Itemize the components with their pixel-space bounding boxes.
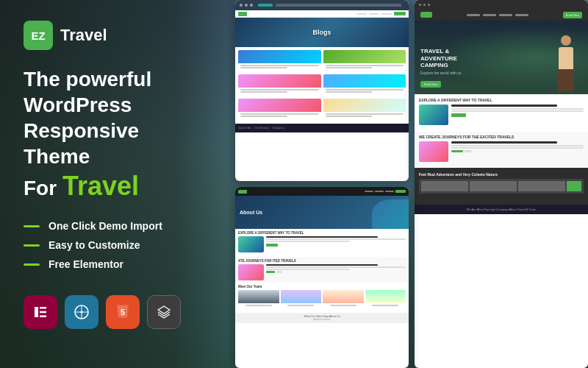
ss-about-explore: EXPLORE A DIFFERENT WAY TO TRAVEL (235, 229, 409, 257)
ss-main-hero-title: TRAVEL &ADVENTURECAMPING (420, 48, 462, 69)
ss-blogs-grid (235, 47, 409, 124)
ss-review-sub: Awesome service (238, 318, 406, 321)
ss-about-explore-title: EXPLORE A DIFFERENT WAY TO TRAVEL (238, 231, 406, 235)
ss-explore-row1 (419, 105, 584, 125)
ss-about-img2 (238, 264, 264, 280)
ss-main-explore: EXPLORE A DIFFERENT WAY TO TRAVEL (415, 94, 588, 132)
ss-about-text2 (266, 264, 406, 280)
ss-footer-text: We Are Most Funning Company About Travel… (419, 208, 584, 211)
ss-main-journeys: WE CREATE JOURNEYS FOR THE EXCITED TRAVE… (415, 132, 588, 168)
ss-card-3 (238, 74, 321, 96)
ss-main-navbar: Book Now (415, 9, 588, 21)
feature-text-3: Free Elementor (49, 258, 123, 270)
ss-journeys-row (419, 141, 584, 162)
ss-form-field-1 (421, 181, 468, 191)
ss-card-6 (323, 99, 406, 121)
ss-about-text1 (266, 236, 406, 252)
ss-about-hero: About Us (235, 196, 409, 229)
ss-text-2 (451, 141, 584, 152)
ss-thumb-1 (419, 105, 448, 125)
ss-journeys-title: WE CREATE JOURNEYS FOR THE EXCITED TRAVE… (419, 135, 584, 139)
svg-rect-3 (40, 316, 46, 318)
logo-badge: EZ (24, 21, 53, 50)
feature-dash-3 (24, 263, 40, 266)
ss-main-cta-btn: Book Now (563, 12, 582, 18)
ss-main-hero-cta: Book Now (420, 81, 441, 88)
feature-list: One Click Demo Import Easy to Customize … (24, 220, 204, 277)
headline: The powerful WordPress Responsive Theme … (24, 66, 204, 202)
ss-about-journeys-title: ATE JOURNEYS FOR ITED TRAVELS (238, 259, 406, 263)
screenshots-container: Blogs (228, 0, 588, 368)
svg-rect-0 (35, 307, 38, 317)
ss-about-review: What Our Client Says About Us Awesome se… (235, 313, 409, 323)
screenshot-main: Book Now TRAVEL &ADVENTURECAMPING Explor… (415, 0, 588, 368)
feature-item-3: Free Elementor (24, 258, 204, 270)
svg-rect-1 (40, 307, 46, 309)
feature-item-2: Easy to Customize (24, 239, 204, 251)
ss-card-4 (323, 74, 406, 96)
ss-main-topbar (415, 0, 588, 9)
team-card-4 (365, 290, 406, 311)
elementor-badge[interactable] (24, 295, 57, 329)
ss-main-logo (420, 12, 432, 18)
ss-card-2 (323, 50, 406, 72)
logo-area: EZ Travel (24, 21, 204, 50)
ss-blogs-nav (235, 10, 409, 18)
headline-line2: Responsive Theme (24, 118, 204, 169)
ss-main-footer: We Are Most Funning Company About Travel… (415, 205, 588, 214)
ss-about-row1 (238, 236, 406, 252)
ss-green-cta-1 (451, 113, 466, 117)
ss-team-row (238, 290, 406, 311)
left-panel: EZ Travel The powerful WordPress Respons… (0, 0, 228, 368)
headline-line1: The powerful WordPress (24, 66, 204, 118)
team-card-3 (323, 290, 364, 311)
team-card-2 (281, 290, 322, 311)
feature-item-1: One Click Demo Import (24, 220, 204, 232)
svg-rect-2 (40, 311, 46, 314)
ss-adventure-title: Feel Real Adventure and Very Colseto Nat… (419, 172, 584, 177)
ss-team-title: Meet Our Team (238, 285, 406, 289)
ss-main-hero-text: TRAVEL &ADVENTURECAMPING Explore the wor… (420, 48, 462, 88)
ss-form-field-2 (470, 181, 517, 191)
feature-dash-2 (24, 244, 40, 247)
screenshot-about: About Us EXPLORE A DIFFERENT WAY TO TRAV… (235, 187, 409, 368)
ss-hero-person (551, 35, 581, 94)
codepen-badge[interactable] (147, 295, 181, 329)
ss-main-hero-subtitle: Explore the world with us (420, 71, 462, 75)
ss-about-row2 (238, 264, 406, 280)
ss-about-team: Meet Our Team (235, 283, 409, 313)
ss-text-1 (451, 105, 584, 117)
feature-dash-1 (24, 225, 40, 227)
ss-form-field-3 (518, 181, 565, 191)
ss-card-1 (238, 50, 321, 72)
wordpress-badge[interactable] (65, 295, 98, 329)
ss-about-journeys: ATE JOURNEYS FOR ITED TRAVELS (235, 257, 409, 283)
headline-travel: Travel (62, 171, 139, 201)
screenshot-blogs: Blogs (235, 0, 409, 181)
ss-about-topbar (235, 187, 409, 196)
headline-for: For Travel (24, 169, 204, 202)
ss-card-5 (238, 99, 321, 121)
ss-about-title: About Us (240, 210, 262, 215)
html5-badge[interactable]: 5 (106, 295, 140, 329)
tech-badges: 5 (24, 295, 204, 329)
main-container: EZ Travel The powerful WordPress Respons… (0, 0, 588, 368)
svg-text:5: 5 (121, 308, 125, 316)
ss-thumb-2 (419, 141, 448, 162)
ss-main-navlinks (467, 14, 528, 16)
ss-about-img1 (238, 236, 264, 252)
ss-main-adventure: Feel Real Adventure and Very Colseto Nat… (415, 168, 588, 205)
ss-form-submit (567, 181, 581, 191)
ss-blogs-footer: Quick Links Our Services Contact us (235, 124, 409, 132)
ss-explore-title: EXPLORE A DIFFERENT WAY TO TRAVEL (419, 98, 584, 102)
ss-blogs-header (235, 0, 409, 10)
team-card-1 (238, 290, 279, 311)
ss-blogs-hero: Blogs (235, 18, 409, 47)
logo-text: Travel (60, 26, 107, 45)
feature-text-1: One Click Demo Import (49, 220, 162, 232)
svg-marker-11 (158, 306, 170, 314)
ss-main-hero: TRAVEL &ADVENTURECAMPING Explore the wor… (415, 21, 588, 94)
ss-adventure-form (419, 179, 584, 194)
feature-text-2: Easy to Customize (49, 239, 140, 251)
right-panel: Blogs (228, 0, 588, 368)
